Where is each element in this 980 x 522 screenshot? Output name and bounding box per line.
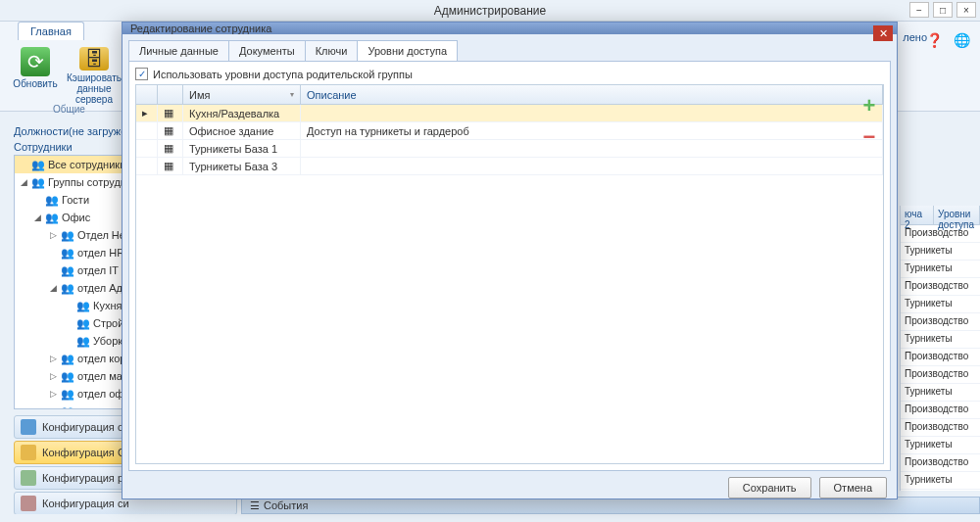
table-row[interactable]: Производство <box>901 349 980 366</box>
table-row[interactable]: Производство <box>901 278 980 296</box>
globe-icon[interactable]: 🌐 <box>951 29 972 51</box>
use-parent-levels-row[interactable]: ✓ Использовать уровни доступа родительск… <box>135 68 884 80</box>
dialog-tab[interactable]: Документы <box>228 40 306 61</box>
table-row[interactable]: Турникеты <box>901 472 980 490</box>
refresh-icon: ⟳ <box>21 47 50 76</box>
grid-col-icon[interactable] <box>158 85 183 104</box>
ribbon-tab-main[interactable]: Главная <box>18 22 84 40</box>
grid-col-key2[interactable]: юча 2 <box>901 206 934 224</box>
minimize-button[interactable]: − <box>909 2 929 18</box>
restore-button[interactable]: □ <box>933 2 953 18</box>
table-row[interactable]: ▦Турникеты База 1 <box>136 140 883 158</box>
ribbon-group-label: Общие <box>53 104 85 115</box>
statusbar <box>0 514 980 522</box>
dialog-tab[interactable]: Ключи <box>305 40 359 61</box>
table-row[interactable]: Производство <box>901 419 980 437</box>
dialog-tab[interactable]: Личные данные <box>128 40 229 61</box>
table-row[interactable]: Производство <box>901 454 980 472</box>
table-row[interactable]: Турникеты <box>901 437 980 454</box>
table-row[interactable]: Производство <box>901 490 980 491</box>
table-row[interactable]: Производство <box>901 366 980 384</box>
cache-label: Кэшировать данные сервера <box>67 72 122 105</box>
grid-col-marker[interactable] <box>136 85 158 104</box>
right-grid: юча 2 Уровни доступа ПроизводствоТурнике… <box>900 206 980 491</box>
remove-level-button[interactable]: − <box>858 126 880 148</box>
list-icon: ☰ <box>250 499 260 512</box>
grid-col-name[interactable]: Имя▾ <box>183 85 301 104</box>
cache-button[interactable]: 🗄 Кэшировать данные сервера <box>67 45 122 107</box>
table-row[interactable]: Турникеты <box>901 243 980 261</box>
dialog-title: Редактирование сотрудника <box>130 23 271 34</box>
table-row[interactable]: Турникеты <box>901 384 980 402</box>
refresh-label: Обновить <box>13 78 57 89</box>
dialog-tab[interactable]: Уровни доступа <box>357 40 458 61</box>
table-row[interactable]: Производство <box>901 225 980 243</box>
checkbox-icon[interactable]: ✓ <box>135 68 148 80</box>
window-title: Администрирование <box>434 4 546 18</box>
table-row[interactable]: Турникеты <box>901 261 980 278</box>
close-button[interactable]: × <box>956 2 976 18</box>
cancel-button[interactable]: Отмена <box>819 477 887 498</box>
window-titlebar: Администрирование − □ × <box>0 0 980 22</box>
add-level-button[interactable]: + <box>858 95 880 117</box>
table-row[interactable]: Турникеты <box>901 296 980 313</box>
database-icon: 🗄 <box>79 47 109 71</box>
events-label: События <box>264 499 308 511</box>
dialog-close-button[interactable]: ✕ <box>873 25 893 41</box>
refresh-button[interactable]: ⟳ Обновить <box>8 45 63 107</box>
use-parent-levels-label: Использовать уровни доступа родительской… <box>153 69 413 80</box>
dialog-tabs: Личные данныеДокументыКлючиУровни доступ… <box>122 34 897 61</box>
dialog-body: ✓ Использовать уровни доступа родительск… <box>128 61 891 471</box>
table-row[interactable]: Турникеты <box>901 331 980 349</box>
edit-employee-dialog: Редактирование сотрудника ✕ Личные данны… <box>122 22 898 499</box>
table-row[interactable]: ▸▦Кухня/Раздевалка <box>136 105 883 122</box>
save-button[interactable]: Сохранить <box>728 477 811 498</box>
grid-col-desc[interactable]: Описание <box>301 85 883 104</box>
dialog-footer: Сохранить Отмена <box>122 477 897 498</box>
table-row[interactable]: Производство <box>901 313 980 331</box>
table-row[interactable]: Производство <box>901 402 980 419</box>
table-row[interactable]: ▦Турникеты База 3 <box>136 158 883 175</box>
help-icon[interactable]: ❓ <box>923 29 945 51</box>
dialog-titlebar: Редактирование сотрудника ✕ <box>122 23 897 34</box>
table-row[interactable]: ▦Офисное зданиеДоступ на турникеты и гар… <box>136 122 883 140</box>
grid-col-levels[interactable]: Уровни доступа <box>934 206 980 224</box>
access-levels-grid: Имя▾ Описание ▸▦Кухня/Раздевалка▦Офисное… <box>135 84 884 464</box>
